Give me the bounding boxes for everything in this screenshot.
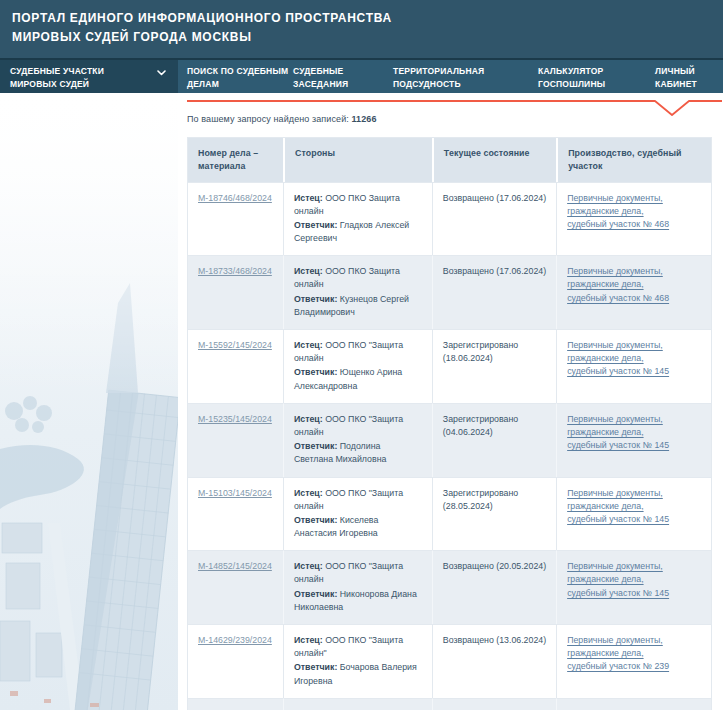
case-number-link[interactable]: М-15103/145/2024 xyxy=(198,488,272,498)
case-status: (28.05.2024) xyxy=(443,500,546,513)
column-header-status: Текущее состояние xyxy=(432,138,556,182)
case-status: Возвращено (13.06.2024) xyxy=(443,634,546,647)
portal-page: ПОРТАЛ ЕДИНОГО ИНФОРМАЦИОННОГО ПРОСТРАНС… xyxy=(0,0,723,710)
case-number-link[interactable]: М-15592/145/2024 xyxy=(198,340,272,350)
case-row: М-14629/239/2024Истец: ООО ПКО "Защита о… xyxy=(188,624,711,698)
nav-item-territorial-jurisdiction[interactable]: ТЕРРИТОРИАЛЬНАЯ ПОДСУДНОСТЬ xyxy=(393,60,538,93)
nav-item-personal-account[interactable]: ЛИЧНЫЙ КАБИНЕТ xyxy=(655,60,723,93)
results-count: 11266 xyxy=(352,114,377,124)
table-header-row: Номер дела – материала Стороны Текущее с… xyxy=(188,138,711,182)
plaintiff-line: Истец: ООО ПКО "Защита онлайн xyxy=(294,560,422,586)
case-status: (18.06.2024) xyxy=(443,352,546,365)
case-number-link[interactable]: М-14629/239/2024 xyxy=(198,635,272,645)
case-status: Зарегистрировано xyxy=(443,339,546,352)
case-status: Возвращено (20.05.2024) xyxy=(443,560,546,573)
results-panel: По вашему запросу найдено записей: 11266… xyxy=(178,93,723,710)
nav-item-case-search[interactable]: ПОИСК ПО СУДЕБНЫМ ДЕЛАМ xyxy=(187,60,293,93)
site-header: ПОРТАЛ ЕДИНОГО ИНФОРМАЦИОННОГО ПРОСТРАНС… xyxy=(0,0,723,58)
case-number-link[interactable]: М-14852/145/2024 xyxy=(198,561,272,571)
defendant-line: Ответчик: Никонорова Диана Николаевна xyxy=(294,588,422,614)
case-row: М-14588/145/2024Истец: ООО ПКО "Защита о… xyxy=(188,698,711,710)
site-title-line2: МИРОВЫХ СУДЕЙ ГОРОДА МОСКВЫ xyxy=(12,28,711,47)
case-row: М-15592/145/2024Истец: ООО ПКО "Защита о… xyxy=(188,329,711,403)
defendant-line: Ответчик: Киселева Анастасия Игоревна xyxy=(294,514,422,540)
case-row: М-18746/468/2024Истец: ООО ПКО Защита он… xyxy=(188,182,711,256)
case-row: М-18733/468/2024Истец: ООО ПКО Защита он… xyxy=(188,255,711,329)
production-court-district-link[interactable]: Первичные документы,гражданские дела,суд… xyxy=(567,560,701,600)
case-number-link[interactable]: М-15235/145/2024 xyxy=(198,414,272,424)
production-court-district-link[interactable]: Первичные документы,гражданские дела,суд… xyxy=(567,265,701,305)
nav-item-court-sessions[interactable]: СУДЕБНЫЕ ЗАСЕДАНИЯ xyxy=(293,60,393,93)
case-status: Возвращено (17.06.2024) xyxy=(443,265,546,278)
defendant-line: Ответчик: Кузнецов Сергей Владимирович xyxy=(294,293,422,319)
production-court-district-link[interactable]: Первичные документы,гражданские дела,суд… xyxy=(567,634,701,674)
cases-table: Номер дела – материала Стороны Текущее с… xyxy=(187,137,712,710)
case-status: Зарегистрировано xyxy=(443,487,546,500)
case-row: М-14852/145/2024Истец: ООО ПКО "Защита о… xyxy=(188,550,711,624)
plaintiff-line: Истец: ООО ПКО "Защита онлайн" xyxy=(294,634,422,660)
case-status: Возвращено (17.06.2024) xyxy=(443,192,546,205)
plaintiff-line: Истец: ООО ПКО "Защита онлайн xyxy=(294,413,422,439)
production-court-district-link[interactable]: Первичные документы,гражданские дела,суд… xyxy=(567,413,701,453)
plaintiff-line: Истец: ООО ПКО Защита онлайн xyxy=(294,265,422,291)
nav-rest: ПОИСК ПО СУДЕБНЫМ ДЕЛАМ СУДЕБНЫЕ ЗАСЕДАН… xyxy=(178,60,723,93)
results-summary: По вашему запросу найдено записей: 11266 xyxy=(187,114,377,124)
defendant-line: Ответчик: Бочарова Валерия Игоревна xyxy=(294,661,422,687)
site-title-line1: ПОРТАЛ ЕДИНОГО ИНФОРМАЦИОННОГО ПРОСТРАНС… xyxy=(12,9,711,28)
case-row: М-15103/145/2024Истец: ООО ПКО "Защита о… xyxy=(188,477,711,551)
case-row: М-15235/145/2024Истец: ООО ПКО "Защита о… xyxy=(188,403,711,477)
case-status: (04.06.2024) xyxy=(443,426,546,439)
case-status: Зарегистрировано xyxy=(443,413,546,426)
city-aerial-photo xyxy=(0,93,178,710)
defendant-line: Ответчик: Гладков Алексей Сергеевич xyxy=(294,219,422,245)
column-header-production: Производство, судебный участок xyxy=(556,138,711,182)
defendant-line: Ответчик: Ющенко Арина Александровна xyxy=(294,366,422,392)
nav-item-court-districts[interactable]: СУДЕБНЫЕ УЧАСТКИ МИРОВЫХ СУДЕЙ xyxy=(0,60,178,93)
column-header-parties: Стороны xyxy=(283,138,432,182)
chevron-down-icon xyxy=(157,67,166,80)
results-summary-label: По вашему запросу найдено записей: xyxy=(187,114,349,124)
column-header-case-number: Номер дела – материала xyxy=(188,138,283,182)
plaintiff-line: Истец: ООО ПКО "Защита онлайн xyxy=(294,339,422,365)
main-nav: СУДЕБНЫЕ УЧАСТКИ МИРОВЫХ СУДЕЙ ПОИСК ПО … xyxy=(0,60,723,93)
case-number-link[interactable]: М-18733/468/2024 xyxy=(198,266,272,276)
nav-item-fee-calculator[interactable]: КАЛЬКУЛЯТОР ГОСПОШЛИНЫ xyxy=(538,60,655,93)
plaintiff-line: Истец: ООО ПКО "Защита онлайн xyxy=(294,487,422,513)
defendant-line: Ответчик: Подолина Светлана Михайловна xyxy=(294,440,422,466)
production-court-district-link[interactable]: Первичные документы,гражданские дела,суд… xyxy=(567,487,701,527)
production-court-district-link[interactable]: Первичные документы,гражданские дела,суд… xyxy=(567,339,701,379)
production-court-district-link[interactable]: Первичные документы,гражданские дела,суд… xyxy=(567,192,701,232)
case-number-link[interactable]: М-18746/468/2024 xyxy=(198,193,272,203)
nav-item-label: СУДЕБНЫЕ УЧАСТКИ МИРОВЫХ СУДЕЙ xyxy=(10,65,140,91)
plaintiff-line: Истец: ООО ПКО Защита онлайн xyxy=(294,192,422,218)
